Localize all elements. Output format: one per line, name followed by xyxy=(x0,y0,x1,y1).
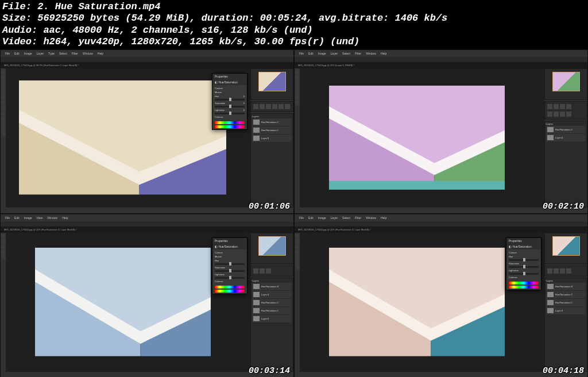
lightness-slider[interactable] xyxy=(215,277,245,279)
saturation-slider[interactable] xyxy=(215,106,245,107)
color-balance-icon[interactable] xyxy=(547,111,552,117)
adjustments-panel[interactable] xyxy=(544,101,587,120)
menu-help[interactable]: Help xyxy=(381,216,386,220)
document-tab[interactable]: IMG_20200519_173424.jpg @ 25% (Hue/Satur… xyxy=(1,227,293,233)
tools-panel[interactable] xyxy=(295,233,300,372)
layer-item[interactable]: Hue/Saturation 3 xyxy=(546,283,586,290)
layer-item[interactable]: Layer 0 xyxy=(546,307,586,314)
colorize-checkbox[interactable]: Colorize xyxy=(215,280,223,283)
layer-item[interactable]: Hue/Saturation 2 xyxy=(546,291,586,298)
colorize-checkbox[interactable]: Colorize xyxy=(215,116,223,118)
colorize-checkbox[interactable]: Colorize xyxy=(509,276,517,279)
menubar[interactable]: File Edit Image Layer Select Filter Wind… xyxy=(295,214,587,221)
tool-crop-icon[interactable] xyxy=(295,85,300,90)
menu-file[interactable]: File xyxy=(5,216,10,220)
tool-zoom-icon[interactable] xyxy=(1,132,6,136)
document-tab[interactable]: IMG_20200519_173424.jpg @ 33.3% (Hue/Sat… xyxy=(1,63,293,68)
tool-brush-icon[interactable] xyxy=(1,101,6,105)
adjustments-panel[interactable] xyxy=(250,101,293,112)
tool-marquee-icon[interactable] xyxy=(1,75,6,79)
menu-file[interactable]: File xyxy=(299,216,304,220)
hue-slider[interactable] xyxy=(215,99,245,101)
saturation-slider[interactable] xyxy=(215,270,245,272)
tools-panel[interactable] xyxy=(1,68,6,207)
adjustments-panel[interactable] xyxy=(250,266,293,276)
options-bar[interactable] xyxy=(295,57,587,63)
invert-icon[interactable] xyxy=(560,111,565,117)
menu-view[interactable]: View xyxy=(37,216,43,220)
menu-edit[interactable]: Edit xyxy=(14,52,20,55)
tool-text-icon[interactable] xyxy=(295,260,300,264)
options-bar[interactable] xyxy=(295,221,587,227)
tool-hand-icon[interactable] xyxy=(1,255,6,259)
layer-item[interactable]: Layer 4 xyxy=(252,291,292,298)
layer-item[interactable]: Hue/Saturation 3 xyxy=(252,283,292,290)
menu-filter[interactable]: Filter xyxy=(355,52,361,55)
menu-window[interactable]: Window xyxy=(47,216,57,220)
tool-eraser-icon[interactable] xyxy=(295,255,300,259)
bw-icon[interactable] xyxy=(554,111,559,117)
tools-panel[interactable] xyxy=(295,68,300,207)
brightness-icon[interactable] xyxy=(547,104,552,109)
tool-move-icon[interactable] xyxy=(295,234,300,238)
navigator-panel[interactable] xyxy=(544,233,587,264)
saturation-slider[interactable] xyxy=(509,266,539,268)
curves-icon[interactable] xyxy=(266,104,271,109)
tool-marquee-icon[interactable] xyxy=(295,239,300,244)
hue-slider[interactable] xyxy=(215,263,245,265)
hue-icon[interactable] xyxy=(278,104,284,109)
navigator-panel[interactable] xyxy=(250,68,293,100)
layer-item[interactable]: Layer 0 xyxy=(546,134,586,141)
adjustments-panel[interactable] xyxy=(544,266,587,276)
menu-edit[interactable]: Edit xyxy=(308,216,314,220)
tool-eraser-icon[interactable] xyxy=(1,111,6,116)
tool-marquee-icon[interactable] xyxy=(295,75,300,79)
tool-lasso-icon[interactable] xyxy=(295,80,300,84)
layers-panel[interactable]: Layers Hue/Saturation 3 Layer 4 Hue/Satu… xyxy=(250,278,293,372)
menu-edit[interactable]: Edit xyxy=(14,216,20,220)
layer-item[interactable]: Hue/Saturation 1 xyxy=(252,126,292,134)
properties-panel[interactable]: Properties ◧ Hue/Saturation Custom Maste… xyxy=(212,237,247,294)
navigator-thumb[interactable] xyxy=(258,72,286,91)
tool-move-icon[interactable] xyxy=(1,70,6,74)
tool-marquee-icon[interactable] xyxy=(1,239,6,244)
tool-move-icon[interactable] xyxy=(1,234,6,238)
menubar[interactable]: File Edit Image Layer Select Filter Wind… xyxy=(295,50,587,57)
menubar[interactable]: File Edit Image View Window Help xyxy=(1,214,293,221)
layer-item[interactable]: Hue/Saturation 1 xyxy=(252,307,292,314)
tool-lasso-icon[interactable] xyxy=(295,244,300,249)
curves-icon[interactable] xyxy=(560,104,565,109)
hue-icon[interactable] xyxy=(566,104,571,109)
layers-panel[interactable]: Layers Hue/Saturation 2 Hue/Saturation 1… xyxy=(250,113,293,207)
navigator-thumb[interactable] xyxy=(552,236,580,256)
tool-text-icon[interactable] xyxy=(1,121,6,126)
properties-panel[interactable]: Properties ◧ Hue/Saturation Custom Hue S… xyxy=(506,237,541,290)
menubar[interactable]: File Edit Image Layer Type Select Filter… xyxy=(1,50,293,57)
layer-item[interactable]: Hue/Saturation 1 xyxy=(546,126,586,133)
layer-item[interactable]: Hue/Saturation 1 xyxy=(546,299,586,306)
menu-help[interactable]: Help xyxy=(98,52,103,55)
lightness-slider[interactable] xyxy=(509,273,539,275)
menu-edit[interactable]: Edit xyxy=(308,52,314,55)
menu-layer[interactable]: Layer xyxy=(37,52,44,55)
layer-item[interactable]: Hue/Saturation 2 xyxy=(252,118,292,126)
layer-item[interactable]: Hue/Saturation 2 xyxy=(252,299,292,306)
menu-help[interactable]: Help xyxy=(62,216,68,220)
tool-brush-icon[interactable] xyxy=(295,90,300,95)
tool-brush-icon[interactable] xyxy=(295,249,300,254)
menu-image[interactable]: Image xyxy=(24,52,32,55)
curves-icon[interactable] xyxy=(560,268,565,274)
tool-eyedropper-icon[interactable] xyxy=(1,95,6,100)
tool-lasso-icon[interactable] xyxy=(1,80,6,84)
menu-select[interactable]: Select xyxy=(59,52,67,55)
menu-image[interactable]: Image xyxy=(24,216,32,220)
menu-select[interactable]: Select xyxy=(342,52,350,55)
color-balance-icon[interactable] xyxy=(285,104,290,109)
hue-icon[interactable] xyxy=(566,268,571,274)
menu-file[interactable]: File xyxy=(299,52,304,55)
menu-layer[interactable]: Layer xyxy=(331,52,338,55)
brightness-icon[interactable] xyxy=(253,104,258,109)
tool-gradient-icon[interactable] xyxy=(1,116,6,121)
levels-icon[interactable] xyxy=(554,104,559,109)
tool-move-icon[interactable] xyxy=(295,70,300,74)
